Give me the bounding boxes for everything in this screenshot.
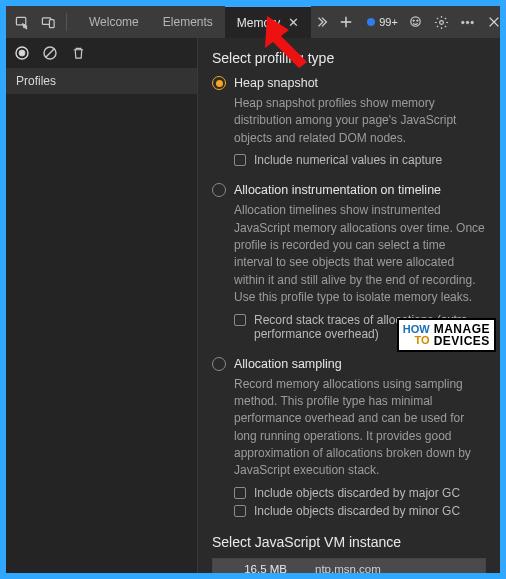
close-devtools-icon[interactable] bbox=[486, 14, 502, 30]
vm-instance-title: Select JavaScript VM instance bbox=[212, 534, 486, 550]
radio-icon[interactable] bbox=[212, 183, 226, 197]
memory-toolbar bbox=[6, 38, 197, 68]
option-description: Heap snapshot profiles show memory distr… bbox=[234, 95, 486, 147]
svg-rect-2 bbox=[49, 19, 54, 27]
close-icon[interactable]: ✕ bbox=[288, 15, 299, 30]
issues-badge[interactable]: 99+ bbox=[367, 16, 398, 28]
checkbox-label: Include objects discarded by major GC bbox=[254, 486, 460, 500]
sidebar: Profiles bbox=[6, 38, 198, 573]
main-pane: Select profiling type Heap snapshot Heap… bbox=[198, 38, 500, 573]
svg-point-4 bbox=[413, 19, 415, 21]
checkbox-icon[interactable] bbox=[234, 487, 246, 499]
tab-elements[interactable]: Elements bbox=[151, 6, 225, 38]
check-record-stack-traces[interactable]: Record stack traces of allocations (extr… bbox=[234, 313, 486, 341]
vm-name: ntp.msn.com bbox=[297, 563, 485, 573]
svg-point-7 bbox=[462, 21, 464, 23]
clear-icon[interactable] bbox=[42, 45, 58, 61]
tab-label: Welcome bbox=[89, 15, 139, 29]
profiles-header[interactable]: Profiles bbox=[6, 68, 197, 94]
tab-label: Elements bbox=[163, 15, 213, 29]
option-description: Allocation timelines show instrumented J… bbox=[234, 202, 486, 306]
option-label: Heap snapshot bbox=[234, 76, 318, 90]
option-description: Record memory allocations using sampling… bbox=[234, 376, 486, 480]
svg-point-5 bbox=[417, 19, 419, 21]
svg-line-13 bbox=[46, 49, 54, 57]
check-major-gc[interactable]: Include objects discarded by major GC bbox=[234, 486, 486, 500]
svg-point-6 bbox=[440, 20, 444, 24]
inspect-icon[interactable] bbox=[14, 14, 30, 30]
svg-point-11 bbox=[19, 50, 25, 56]
radio-icon[interactable] bbox=[212, 76, 226, 90]
more-menu-icon[interactable] bbox=[460, 14, 476, 30]
divider bbox=[66, 13, 67, 31]
dot-icon bbox=[367, 18, 375, 26]
check-include-numerical[interactable]: Include numerical values in capture bbox=[234, 153, 486, 167]
checkbox-icon[interactable] bbox=[234, 505, 246, 517]
option-heap-snapshot[interactable]: Heap snapshot Heap snapshot profiles sho… bbox=[212, 76, 486, 171]
settings-gear-icon[interactable] bbox=[434, 14, 450, 30]
vm-instance-table: 16.5 MB ntp.msn.com 1.1 MB ntp.msn.com: … bbox=[212, 558, 486, 573]
option-allocation-sampling[interactable]: Allocation sampling Record memory alloca… bbox=[212, 357, 486, 522]
badge-count: 99+ bbox=[379, 16, 398, 28]
vm-row[interactable]: 16.5 MB ntp.msn.com bbox=[213, 559, 485, 573]
tab-label: Memory bbox=[237, 16, 280, 30]
tabbar-trailing: 99+ bbox=[359, 6, 506, 38]
tab-memory[interactable]: Memory ✕ bbox=[225, 6, 311, 38]
delete-trash-icon[interactable] bbox=[70, 45, 86, 61]
vm-size: 16.5 MB bbox=[213, 563, 297, 573]
tab-welcome[interactable]: Welcome bbox=[77, 6, 151, 38]
device-icon[interactable] bbox=[40, 14, 56, 30]
svg-rect-0 bbox=[16, 17, 25, 25]
feedback-icon[interactable] bbox=[408, 14, 424, 30]
checkbox-icon[interactable] bbox=[234, 314, 246, 326]
checkbox-label: Include objects discarded by minor GC bbox=[254, 504, 460, 518]
option-allocation-timeline[interactable]: Allocation instrumentation on timeline A… bbox=[212, 183, 486, 344]
checkbox-label: Include numerical values in capture bbox=[254, 153, 442, 167]
check-minor-gc[interactable]: Include objects discarded by minor GC bbox=[234, 504, 486, 518]
tab-bar: Welcome Elements Memory ✕ 99+ bbox=[6, 6, 500, 38]
profiling-type-title: Select profiling type bbox=[212, 50, 486, 66]
option-label: Allocation instrumentation on timeline bbox=[234, 183, 441, 197]
record-icon[interactable] bbox=[14, 45, 30, 61]
checkbox-icon[interactable] bbox=[234, 154, 246, 166]
svg-point-8 bbox=[467, 21, 469, 23]
radio-icon[interactable] bbox=[212, 357, 226, 371]
svg-point-9 bbox=[471, 21, 473, 23]
new-tab-plus-icon[interactable] bbox=[339, 14, 353, 30]
content-area: Profiles Select profiling type Heap snap… bbox=[6, 38, 500, 573]
checkbox-label: Record stack traces of allocations (extr… bbox=[254, 313, 486, 341]
devtools-window: Welcome Elements Memory ✕ 99+ bbox=[6, 6, 500, 573]
option-label: Allocation sampling bbox=[234, 357, 342, 371]
tabbar-leading bbox=[6, 6, 77, 38]
more-tabs-chevron-icon[interactable] bbox=[315, 14, 329, 30]
